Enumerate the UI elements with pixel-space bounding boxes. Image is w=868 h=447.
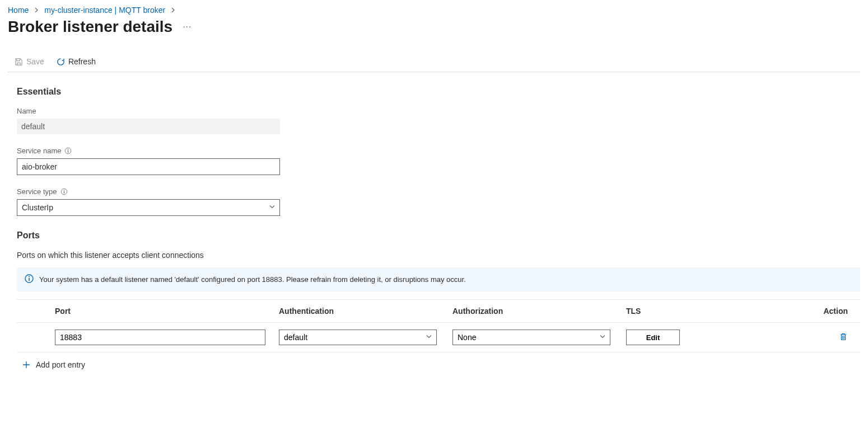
name-label: Name — [17, 107, 860, 115]
table-row: default None Edit — [17, 323, 860, 352]
breadcrumb-home[interactable]: Home — [8, 6, 29, 15]
ports-description: Ports on which this listener accepts cli… — [17, 251, 860, 260]
svg-point-7 — [29, 276, 30, 277]
service-name-input[interactable] — [17, 158, 280, 175]
port-input[interactable] — [55, 330, 265, 345]
save-button: Save — [15, 57, 44, 66]
ports-heading: Ports — [17, 230, 860, 241]
info-icon — [25, 274, 34, 285]
svg-rect-5 — [63, 191, 64, 194]
name-value: default — [17, 119, 280, 134]
info-icon[interactable] — [64, 147, 72, 154]
col-port: Port — [55, 307, 279, 316]
page-title: Broker listener details — [8, 18, 172, 36]
plus-icon — [22, 361, 30, 369]
col-authz: Authorization — [452, 307, 626, 316]
essentials-heading: Essentials — [17, 87, 860, 97]
svg-rect-2 — [68, 150, 68, 153]
col-action: Action — [800, 307, 860, 316]
more-actions-icon[interactable]: ··· — [183, 22, 192, 32]
ports-table-header: Port Authentication Authorization TLS Ac… — [17, 299, 860, 323]
service-type-select[interactable]: ClusterIp — [17, 199, 280, 216]
save-label: Save — [26, 57, 44, 66]
save-icon — [15, 58, 23, 66]
chevron-right-icon — [171, 7, 175, 13]
refresh-label: Refresh — [68, 57, 96, 66]
chevron-right-icon — [34, 7, 39, 13]
breadcrumb-cluster[interactable]: my-cluster-instance | MQTT broker — [44, 6, 165, 15]
info-icon[interactable] — [60, 188, 68, 195]
refresh-icon — [57, 58, 65, 66]
service-name-label: Service name — [17, 147, 61, 155]
add-port-entry-button[interactable]: Add port entry — [17, 352, 860, 371]
authn-select[interactable]: default — [279, 330, 437, 345]
col-authn: Authentication — [279, 307, 452, 316]
refresh-button[interactable]: Refresh — [57, 57, 96, 66]
svg-point-4 — [63, 190, 64, 190]
tls-edit-button[interactable]: Edit — [626, 330, 680, 345]
col-tls: TLS — [626, 307, 800, 316]
service-type-label: Service type — [17, 187, 57, 196]
authz-select[interactable]: None — [452, 330, 610, 345]
info-banner-text: Your system has a default listener named… — [39, 275, 466, 284]
add-port-entry-label: Add port entry — [36, 360, 85, 369]
info-banner: Your system has a default listener named… — [17, 267, 860, 291]
delete-icon[interactable] — [839, 332, 848, 341]
ports-section: Ports Ports on which this listener accep… — [17, 230, 860, 371]
svg-rect-8 — [29, 278, 30, 281]
toolbar: Save Refresh — [8, 57, 860, 72]
svg-point-1 — [68, 149, 68, 149]
essentials-section: Essentials Name default Service name Ser… — [17, 87, 860, 216]
breadcrumb: Home my-cluster-instance | MQTT broker — [8, 6, 860, 15]
